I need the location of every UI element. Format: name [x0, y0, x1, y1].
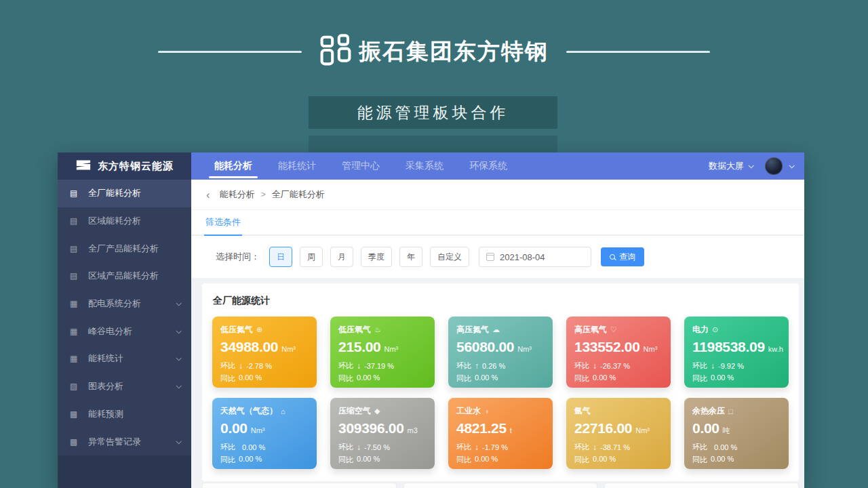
stat-card-low-pressure-oxygen[interactable]: 低压氧气♨ 215.00Nm³ 环比↓-37.19 % 同比0.00 %	[330, 317, 435, 388]
period-custom-button[interactable]: 自定义	[430, 247, 469, 267]
chevron-down-icon	[176, 356, 181, 361]
sidebar-item-peak-valley-power[interactable]: ▦ 峰谷电分析	[58, 317, 191, 345]
card-row-2: 天然气（气态）⌂ 0.00Nm³ 环比0.00 % 同比0.00 % 压缩空气◆…	[212, 398, 789, 469]
stat-card-waste-heat-pressure[interactable]: 余热余压□ 0.00吨 环比0.00 % 同比0.00 %	[684, 398, 789, 469]
arrow-down-icon: ↓	[475, 443, 479, 452]
breadcrumb-separator: >	[261, 190, 266, 199]
mom-value: -26.37 %	[600, 362, 630, 370]
mom-label: 环比	[574, 361, 589, 371]
stat-card-argon[interactable]: 氩气 22716.00Nm³ 环比↓-38.71 % 同比0.00 %	[566, 398, 671, 469]
card-row-1: 低压氮气⊕ 34988.00Nm³ 环比↓-2.78 % 同比0.00 % 低压…	[212, 317, 789, 388]
card-title: 余热余压	[692, 405, 725, 417]
stat-card-natural-gas[interactable]: 天然气（气态）⌂ 0.00Nm³ 环比0.00 % 同比0.00 %	[212, 398, 317, 469]
filter-bar: 选择时间： 日 周 月 季度 年 自定义 2021-08-04 查询	[191, 236, 804, 278]
mom-value: -7.50 %	[364, 443, 390, 451]
yoy-label: 同比	[692, 373, 707, 384]
stat-card-low-pressure-nitrogen[interactable]: 低压氮气⊕ 34988.00Nm³ 环比↓-2.78 % 同比0.00 %	[212, 317, 317, 388]
card-energy-icon: ♨	[374, 325, 381, 334]
banner: 振石集团东方特钢	[0, 33, 868, 70]
subtitle-banner: 能源管理板块合作	[309, 96, 557, 129]
search-icon	[610, 254, 615, 260]
app-logo[interactable]: 东方特钢云能源	[58, 152, 191, 180]
card-value: 56080.00	[456, 339, 514, 355]
mom-value: 0.26 %	[482, 362, 505, 370]
app-brand-name: 东方特钢云能源	[98, 160, 174, 173]
yoy-label: 同比	[338, 373, 353, 384]
card-unit: Nm³	[281, 345, 296, 353]
yoy-label: 同比	[338, 455, 353, 465]
sidebar-item-plant-product-energy[interactable]: ▤ 全厂产品能耗分析	[58, 235, 191, 262]
query-button[interactable]: 查询	[601, 247, 644, 266]
data-screen-label: 数据大屏	[709, 160, 744, 172]
yoy-value: 0.00 %	[593, 373, 616, 384]
mom-label: 环比	[456, 442, 471, 452]
arrow-down-icon: ↓	[593, 361, 597, 371]
nav-item-management-center[interactable]: 管理中心	[334, 152, 388, 180]
card-title: 低压氮气	[220, 324, 253, 336]
sidebar-item-region-energy-analysis[interactable]: ▤ 区域能耗分析	[58, 207, 191, 235]
period-week-button[interactable]: 周	[300, 247, 323, 267]
nav-item-energy-statistics[interactable]: 能耗统计	[270, 152, 324, 180]
breadcrumb-current: 全厂能耗分析	[272, 188, 325, 201]
yoy-label: 同比	[456, 373, 471, 384]
period-year-button[interactable]: 年	[399, 247, 422, 267]
yoy-value: 0.00 %	[711, 373, 734, 384]
date-picker-input[interactable]: 2021-08-04	[479, 247, 591, 267]
card-title: 高压氮气	[456, 324, 489, 336]
period-month-button[interactable]: 月	[330, 247, 353, 267]
card-icon: ▤	[70, 188, 80, 198]
breadcrumb: ‹ 能耗分析 > 全厂能耗分析	[191, 180, 804, 210]
sidebar-item-alarm-records[interactable]: ▩ 异常告警记录	[58, 428, 191, 455]
sidebar-item-plant-energy-analysis[interactable]: ▤ 全厂能耗分析	[58, 180, 191, 207]
chevron-down-icon[interactable]	[789, 163, 794, 168]
back-arrow-icon[interactable]: ‹	[206, 189, 210, 201]
stat-card-high-pressure-nitrogen[interactable]: 高压氮气☁ 56080.00Nm³ 环比↑0.26 % 同比0.00 %	[448, 317, 553, 388]
card-value: 34988.00	[220, 339, 278, 355]
grid-icon: ▦	[70, 299, 80, 308]
mom-value: -2.78 %	[246, 362, 272, 370]
yoy-value: 0.00 %	[357, 455, 380, 465]
card-unit: kw.h	[768, 345, 783, 353]
avatar[interactable]	[765, 157, 783, 175]
chevron-down-icon	[176, 328, 181, 333]
sidebar-item-power-distribution[interactable]: ▦ 配电系统分析	[58, 290, 191, 318]
mom-value: 0.00 %	[714, 443, 737, 451]
sidebar-item-region-product-energy[interactable]: ▤ 区域产品能耗分析	[58, 262, 191, 290]
sidebar-item-energy-forecast[interactable]: ▩ 能耗预测	[58, 401, 191, 428]
arrow-down-icon: ↓	[357, 443, 361, 452]
main-content: ‹ 能耗分析 > 全厂能耗分析 筛选条件 选择时间： 日 周 月 季度 年 自定…	[191, 180, 804, 488]
stat-card-electricity[interactable]: 电力⊙ 1198538.09kw.h 环比↓-9.92 % 同比0.00 %	[684, 317, 789, 388]
subtitle-text: 能源管理板块合作	[357, 102, 509, 123]
card-icon: ▤	[70, 216, 80, 226]
card-value: 0.00	[220, 420, 248, 436]
mom-value: -37.19 %	[364, 362, 394, 370]
stat-card-compressed-air[interactable]: 压缩空气◆ 309396.00m3 环比↓-7.50 % 同比0.00 %	[330, 398, 435, 469]
yoy-label: 同比	[574, 373, 589, 384]
card-title: 电力	[692, 324, 709, 336]
card-title: 工业水	[456, 405, 481, 417]
stat-card-high-pressure-oxygen[interactable]: 高压氧气♡ 133552.00Nm³ 环比↓-26.37 % 同比0.00 %	[566, 317, 671, 388]
alarm-icon: ▩	[70, 437, 80, 447]
panel-top-edge	[202, 483, 397, 488]
stat-card-industrial-water[interactable]: 工业水♀ 4821.25t 环比↓-1.79 % 同比0.00 %	[448, 398, 553, 469]
tab-filter-conditions[interactable]: 筛选条件	[205, 216, 241, 235]
grid-icon: ▦	[70, 354, 80, 363]
forecast-icon: ▩	[70, 409, 80, 419]
card-icon: ▤	[70, 271, 80, 281]
sidebar-item-energy-statistics[interactable]: ▦ 能耗统计	[58, 345, 191, 373]
nav-item-collection-system[interactable]: 采集系统	[397, 152, 452, 180]
period-quarter-button[interactable]: 季度	[361, 247, 392, 267]
card-unit: 吨	[723, 426, 730, 436]
nav-item-environment-system[interactable]: 环保系统	[461, 152, 515, 180]
yoy-value: 0.00 %	[357, 373, 380, 384]
calendar-icon	[486, 253, 494, 261]
sidebar-item-chart-analysis[interactable]: ▧ 图表分析	[58, 373, 191, 401]
nav-item-energy-analysis[interactable]: 能耗分析	[206, 152, 260, 180]
breadcrumb-parent[interactable]: 能耗分析	[220, 188, 255, 201]
next-section-panels	[202, 483, 799, 488]
time-select-label: 选择时间：	[216, 251, 260, 263]
period-day-button[interactable]: 日	[269, 247, 292, 267]
data-screen-dropdown[interactable]: 数据大屏	[709, 160, 753, 172]
arrow-down-icon: ↓	[357, 361, 361, 371]
grid-icon: ▦	[70, 327, 80, 336]
